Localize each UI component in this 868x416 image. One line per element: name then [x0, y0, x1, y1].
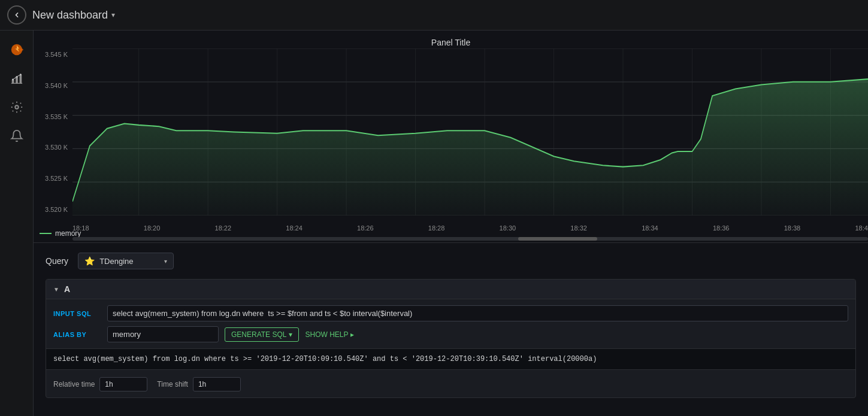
scrollbar-thumb[interactable]: [518, 237, 598, 241]
query-section: Query ⭐ TDengine ▾ ▼ A INPUT SQL: [34, 243, 868, 416]
x-axis: 18:18 18:20 18:22 18:24 18:26 18:28 18:3…: [72, 224, 868, 232]
time-shift-input[interactable]: [193, 377, 241, 391]
scrollbar-track: [72, 237, 868, 241]
show-help-button[interactable]: SHOW HELP ▸: [305, 330, 353, 339]
query-label: Query: [46, 256, 68, 266]
chart-scrollbar[interactable]: [72, 236, 868, 241]
x-label-9: 18:36: [713, 224, 730, 232]
datasource-name: TDengine: [99, 257, 133, 266]
generate-sql-button[interactable]: GENERATE SQL ▾: [225, 327, 299, 342]
sidebar-item-flame[interactable]: [5, 38, 29, 62]
generated-sql: select avg(mem_system) from log.dn where…: [46, 348, 855, 369]
header: New dashboard ▾: [0, 0, 868, 31]
x-label-6: 18:30: [500, 224, 516, 232]
datasource-selector[interactable]: ⭐ TDengine ▾: [78, 253, 174, 269]
x-label-7: 18:32: [570, 224, 587, 232]
x-label-5: 18:28: [428, 224, 445, 232]
y-axis-label-4: 3.525 K: [34, 175, 68, 182]
datasource-arrow: ▾: [164, 258, 167, 265]
datasource-icon: ⭐: [84, 256, 95, 266]
alias-by-row: ALIAS BY GENERATE SQL ▾ SHOW HELP ▸: [53, 326, 848, 342]
time-shift-field: Time shift: [157, 377, 241, 391]
query-fields: INPUT SQL ALIAS BY GENERATE SQL ▾ SHOW H…: [46, 299, 855, 348]
svg-rect-6: [19, 75, 22, 84]
relative-time-label: Relative time: [53, 380, 95, 388]
x-label-4: 18:26: [357, 224, 374, 232]
svg-marker-28: [72, 79, 868, 215]
input-sql-row: INPUT SQL: [53, 305, 848, 321]
title-caret[interactable]: ▾: [111, 11, 115, 19]
sidebar-item-alerts[interactable]: [5, 124, 29, 148]
main-layout: Panel Title 3.545 K 3.540 K 3.535 K 3.53…: [0, 31, 868, 416]
legend-line: [40, 233, 52, 234]
x-label-11: 18:4: [855, 224, 867, 232]
y-axis-label-0: 3.545 K: [34, 51, 68, 58]
content-area: Panel Title 3.545 K 3.540 K 3.535 K 3.53…: [34, 31, 868, 416]
x-label-3: 18:24: [286, 224, 303, 232]
alias-by-field[interactable]: [107, 326, 219, 342]
input-sql-field[interactable]: [107, 305, 848, 321]
chart-area: Panel Title 3.545 K 3.540 K 3.535 K 3.53…: [34, 31, 868, 243]
y-axis-label-2: 3.535 K: [34, 113, 68, 120]
query-header: Query ⭐ TDengine ▾: [46, 253, 856, 269]
relative-time-field: Relative time: [53, 377, 147, 391]
x-label-10: 18:38: [784, 224, 801, 232]
relative-time-input[interactable]: [99, 377, 147, 391]
x-label-8: 18:34: [642, 224, 658, 232]
dashboard-title: New dashboard ▾: [32, 9, 115, 22]
back-button[interactable]: [7, 5, 26, 25]
alias-by-label: ALIAS BY: [53, 331, 101, 338]
time-shift-label: Time shift: [157, 380, 188, 388]
panel-title: Panel Title: [431, 38, 470, 47]
sidebar: [0, 31, 34, 416]
x-label-2: 18:22: [215, 224, 232, 232]
y-axis-label-1: 3.540 K: [34, 82, 68, 89]
svg-point-10: [15, 105, 19, 109]
query-block-a: ▼ A INPUT SQL ALIAS BY GENERATE SQL: [46, 279, 856, 398]
query-id: A: [64, 284, 70, 294]
sidebar-item-settings[interactable]: [5, 95, 29, 119]
input-sql-label: INPUT SQL: [53, 310, 101, 317]
y-axis-label-3: 3.530 K: [34, 144, 68, 151]
svg-rect-5: [16, 77, 18, 83]
collapse-icon[interactable]: ▼: [53, 286, 59, 293]
x-label-1: 18:20: [144, 224, 161, 232]
sidebar-item-chart[interactable]: [5, 66, 29, 90]
time-options: Relative time Time shift: [46, 369, 855, 397]
chart-svg: [72, 48, 868, 215]
y-axis-label-5: 3.520 K: [34, 206, 68, 213]
query-block-header: ▼ A: [46, 280, 855, 299]
